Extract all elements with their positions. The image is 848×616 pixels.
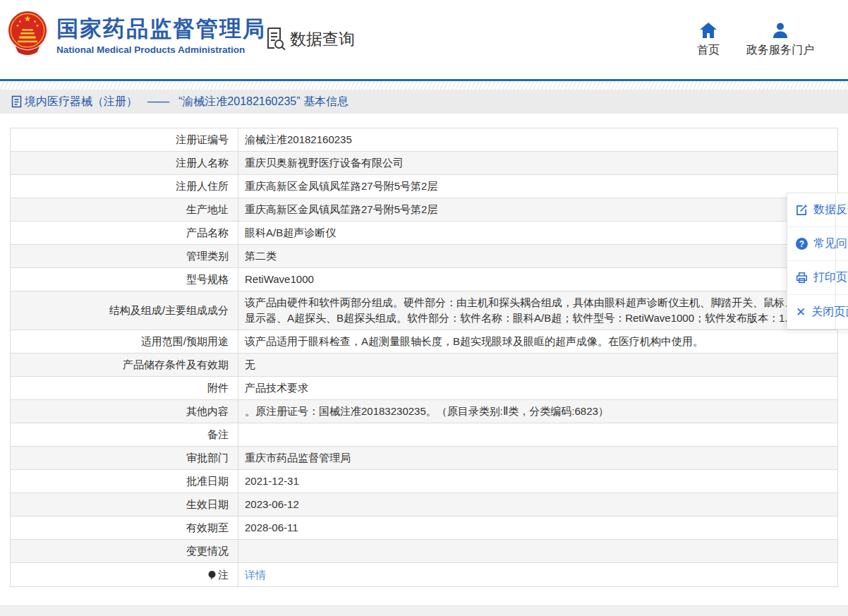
row-label: 管理类别 (11, 245, 238, 267)
row-value: 第二类 (238, 245, 837, 267)
table-row: 注册人住所重庆高新区金凤镇凤笙路27号附5号第2层 (11, 175, 837, 198)
panel-print-label: 打印页面 (813, 270, 848, 285)
row-value: 重庆高新区金凤镇凤笙路27号附5号第2层 (238, 175, 837, 198)
row-value: 详情 (238, 564, 837, 586)
row-label: 注 (11, 563, 238, 586)
row-label: 产品储存条件及有效期 (11, 354, 238, 376)
header-nav: 首页 政务服务门户 (697, 23, 814, 58)
table-row: 注册证编号渝械注准20182160235 (11, 128, 837, 152)
row-label: 结构及组成/主要组成成分 (11, 291, 238, 330)
row-value: 2021-12-31 (238, 470, 837, 493)
hatch-band (0, 81, 848, 90)
row-value: 。原注册证号：国械注准20183230235。（原目录类别:Ⅱ类，分类编码:68… (238, 400, 837, 423)
row-value: 2023-06-12 (238, 493, 837, 516)
row-label: 生产地址 (11, 198, 238, 221)
row-label: 审批部门 (11, 447, 238, 469)
table-row: 附件产品技术要求 (11, 377, 837, 400)
table-row: 产品名称眼科A/B超声诊断仪 (11, 222, 837, 245)
table-row: 生效日期2023-06-12 (11, 493, 837, 517)
row-label: 生效日期 (11, 493, 238, 516)
row-value (238, 431, 837, 438)
document-search-icon (265, 27, 286, 51)
row-value: 重庆高新区金凤镇凤笙路27号附5号第2层 (238, 198, 837, 221)
panel-item-faq[interactable]: ? 常见问题 (787, 227, 848, 261)
nav-portal-label: 政务服务门户 (746, 43, 814, 58)
site-header: 国家药品监督管理局 National Medical Products Admi… (0, 0, 848, 79)
row-value: 产品技术要求 (238, 377, 837, 399)
floating-tools-panel: 数据反馈 ? 常见问题 打印页面 ✕ 关闭页面 (787, 193, 848, 330)
table-row: 变更情况 (11, 540, 837, 563)
table-row: 有效期至2028-06-11 (11, 517, 837, 540)
data-query-label: 数据查询 (290, 28, 355, 50)
question-icon: ? (796, 238, 808, 250)
table-row: 其他内容。原注册证号：国械注准20183230235。（原目录类别:Ⅱ类，分类编… (11, 400, 837, 423)
breadcrumb: 境内医疗器械（注册） —— “渝械注准20182160235” 基本信息 (0, 90, 848, 114)
row-value: 该产品由硬件和软件两部分组成。硬件部分：由主机和探头耦合组成，具体由眼科超声诊断… (238, 291, 837, 330)
table-row: 注册人名称重庆贝奥新视野医疗设备有限公司 (11, 152, 837, 175)
panel-faq-label: 常见问题 (813, 236, 848, 251)
detail-link[interactable]: 详情 (245, 569, 266, 581)
row-label: 批准日期 (11, 470, 238, 493)
table-row: 批准日期2021-12-31 (11, 470, 837, 493)
breadcrumb-category[interactable]: 境内医疗器械（注册） (25, 95, 138, 109)
row-value: 眼科A/B超声诊断仪 (238, 222, 837, 244)
row-value: RetiWave1000 (238, 268, 837, 291)
row-label: 适用范围/预期用途 (11, 330, 238, 353)
row-label: 变更情况 (11, 540, 238, 562)
row-label: 有效期至 (11, 517, 238, 539)
row-label: 注册证编号 (11, 128, 238, 151)
registration-info-table: 注册证编号渝械注准20182160235 注册人名称重庆贝奥新视野医疗设备有限公… (10, 128, 838, 587)
panel-item-close[interactable]: ✕ 关闭页面 (787, 295, 848, 329)
nav-home-label: 首页 (697, 43, 720, 58)
row-label: 产品名称 (11, 222, 238, 244)
row-label: 其他内容 (11, 400, 238, 423)
table-row: 适用范围/预期用途该产品适用于眼科检查，A超测量眼轴长度，B超实现眼球及眼眶的超… (11, 330, 837, 354)
row-value: 重庆市药品监督管理局 (238, 447, 837, 469)
panel-feedback-label: 数据反馈 (813, 203, 848, 217)
row-label: 注册人住所 (11, 175, 238, 198)
row-value: 该产品适用于眼科检查，A超测量眼轴长度，B超实现眼球及眼眶的超声成像。在医疗机构… (238, 330, 837, 353)
row-value (238, 548, 837, 555)
panel-item-feedback[interactable]: 数据反馈 (787, 193, 848, 227)
table-row: 备注 (11, 423, 837, 447)
table-row: 审批部门重庆市药品监督管理局 (11, 447, 837, 470)
note-label: 注 (218, 567, 229, 583)
document-icon (11, 95, 22, 108)
breadcrumb-dash: —— (147, 95, 169, 108)
table-row: 型号规格RetiWave1000 (11, 268, 837, 291)
panel-item-print[interactable]: 打印页面 (787, 261, 848, 295)
note-balloon-icon (208, 571, 216, 581)
site-title-block: 国家药品监督管理局 National Medical Products Admi… (56, 17, 266, 55)
site-title-en: National Medical Products Administration (56, 44, 266, 55)
row-value: 无 (238, 354, 837, 376)
breadcrumb-title: “渝械注准20182160235” 基本信息 (178, 95, 349, 109)
user-icon (772, 23, 789, 38)
site-title-cn: 国家药品监督管理局 (56, 17, 266, 41)
home-icon (700, 23, 717, 38)
close-icon: ✕ (796, 306, 806, 318)
row-label: 备注 (11, 423, 238, 446)
row-value: 2028-06-11 (238, 517, 837, 539)
table-row-note: 注 详情 (11, 563, 837, 586)
feedback-edit-icon (796, 204, 808, 216)
row-label: 型号规格 (11, 268, 238, 291)
nav-item-portal[interactable]: 政务服务门户 (746, 23, 814, 58)
row-label: 注册人名称 (11, 152, 238, 174)
table-row: 结构及组成/主要组成成分该产品由硬件和软件两部分组成。硬件部分：由主机和探头耦合… (11, 291, 837, 330)
row-label: 附件 (11, 377, 238, 399)
row-value: 渝械注准20182160235 (238, 128, 837, 151)
row-value: 重庆贝奥新视野医疗设备有限公司 (238, 152, 837, 174)
nav-item-home[interactable]: 首页 (697, 23, 720, 58)
print-icon (796, 272, 808, 284)
panel-close-label: 关闭页面 (811, 305, 848, 320)
footer-strip (0, 605, 848, 616)
table-row: 生产地址重庆高新区金凤镇凤笙路27号附5号第2层 (11, 198, 837, 222)
table-row: 产品储存条件及有效期无 (11, 354, 837, 377)
data-query-section[interactable]: 数据查询 (265, 27, 355, 51)
nmpa-emblem-logo[interactable] (7, 9, 48, 56)
table-row: 管理类别第二类 (11, 245, 837, 268)
